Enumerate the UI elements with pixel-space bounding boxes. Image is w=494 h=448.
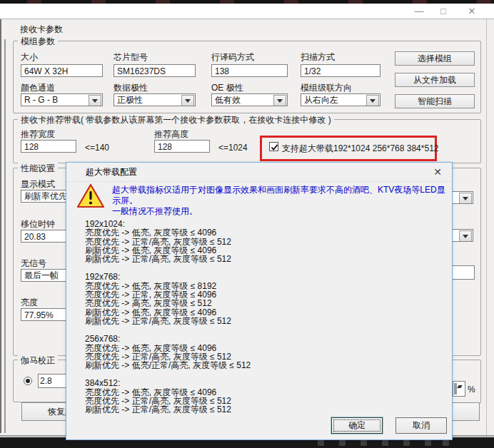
- cascade-direction-label: 模组级联方向: [301, 82, 352, 94]
- dialog-titlebar[interactable]: 超大带载配置 ✕: [66, 163, 452, 182]
- spec-section-title: 256x768:: [85, 335, 442, 343]
- page-title: 接收卡参数: [20, 24, 63, 36]
- display-mode-label: 显示模式: [21, 178, 55, 190]
- chip-field[interactable]: SM16237DS: [114, 64, 196, 77]
- spec-section-384x512: 384x512: 亮度优先 -> 低亮, 灰度等级 ≤ 4096 亮度优先 ->…: [85, 379, 442, 414]
- gamma-radio[interactable]: [24, 377, 32, 385]
- smart-scan-button[interactable]: 智能扫描: [395, 94, 475, 108]
- recommended-load-group: 接收卡推荐带载( 带载参数从该屏幕第一个接收卡参数获取，在接收卡连接中修改 ) …: [13, 119, 481, 163]
- spec-section-192x1024: 192x1024: 亮度优先 -> 低亮, 灰度等级 ≤ 4096 亮度优先 -…: [85, 220, 442, 263]
- spec-line: 亮度优先 -> 高亮, 灰度等级 ≤ 512: [85, 299, 442, 307]
- display-mode-value: 刷新率优先: [24, 191, 67, 201]
- spec-line: 刷新优先 -> 低亮/正常/高亮, 灰度等级 ≤ 512: [85, 361, 442, 370]
- chevron-down-icon[interactable]: [273, 95, 286, 106]
- checkmark-icon: [270, 143, 279, 152]
- oe-polarity-label: OE 极性: [211, 82, 243, 94]
- warning-text: 超大带载指标仅适用于对图像显示效果和画面刷新率要求不高的酒吧、KTV夜场等LED…: [112, 185, 446, 217]
- window-titlebar: — □ ✕: [0, 4, 494, 19]
- cancel-button[interactable]: 取消: [395, 417, 447, 434]
- spec-line: 亮度优先 -> 低亮, 灰度等级 ≤ 4096: [85, 228, 442, 237]
- app-window: — □ ✕ 接收卡参数 模组参数 大小 64W X 32H 芯片型号 SM162…: [0, 0, 494, 448]
- height-limit-text: <=1024: [218, 143, 248, 153]
- warning-icon: [76, 183, 105, 209]
- scan-mode-label: 扫描方式: [301, 51, 335, 63]
- super-load-config-dialog: 超大带载配置 ✕ 超大带载指标仅适用于对图像显示效果和画面刷新率要求不高的酒吧、…: [66, 162, 453, 440]
- data-polarity-label: 数据极性: [114, 82, 148, 94]
- focus-rect: [333, 419, 380, 432]
- ok-button[interactable]: 确定: [331, 417, 383, 434]
- warning-line-2: 一般情况不推荐使用。: [112, 206, 446, 217]
- no-signal-value: 最后一帧: [24, 270, 59, 280]
- chevron-down-icon[interactable]: [89, 95, 101, 106]
- spec-section-256x768: 256x768: 亮度优先 -> 低亮, 灰度等级 ≤ 4096 亮度优先 ->…: [85, 335, 442, 370]
- color-channel-value: R - G - B: [24, 95, 58, 105]
- width-limit-text: <=140: [85, 143, 109, 153]
- chevron-down-icon[interactable]: [459, 193, 472, 204]
- super-load-checkbox-label[interactable]: 支持超大带载192*1024 256*768 384*512: [282, 143, 438, 155]
- dialog-title: 超大带载配置: [86, 166, 137, 178]
- size-field[interactable]: 64W X 32H: [21, 64, 103, 77]
- spec-section-title: 384x512:: [85, 379, 442, 387]
- spec-line: 亮度优先 -> 低亮, 灰度等级 ≤ 4096: [85, 344, 442, 352]
- window-left-border: [0, 19, 1, 433]
- maximize-icon[interactable]: □: [433, 5, 454, 18]
- warning-line-1: 超大带载指标仅适用于对图像显示效果和画面刷新率要求不高的酒吧、KTV夜场等LED…: [112, 185, 446, 206]
- recommended-width-label: 推荐宽度: [21, 128, 55, 141]
- panel-left-border: [4, 39, 6, 433]
- load-spec-list: 192x1024: 亮度优先 -> 低亮, 灰度等级 ≤ 4096 亮度优先 -…: [85, 220, 442, 424]
- dialog-close-icon[interactable]: ✕: [430, 165, 445, 179]
- chevron-down-icon[interactable]: [181, 95, 194, 106]
- performance-group-title: 性能设置: [18, 163, 58, 175]
- right-hidden-spinner[interactable]: [453, 381, 465, 397]
- no-signal-label: 无信号: [21, 258, 46, 270]
- color-channel-select[interactable]: R - G - B: [21, 93, 103, 106]
- color-channel-label: 颜色通道: [21, 82, 55, 94]
- gamma-value: 2.8: [40, 376, 52, 386]
- spec-line: 刷新优先 -> 正常/高亮, 灰度等级 ≤ 512: [85, 255, 442, 263]
- brightness-label: 亮度: [21, 297, 38, 309]
- module-params-group-title: 模组参数: [18, 36, 58, 48]
- gamma-group-title: 伽马校正: [18, 355, 58, 367]
- recommended-height-label: 推荐高度: [154, 128, 188, 141]
- scan-mode-field[interactable]: 1/32: [301, 64, 380, 77]
- oe-polarity-value: 低有效: [215, 95, 241, 105]
- spec-section-192x768: 192x768: 亮度优先 -> 低亮, 灰度等级 ≤ 8192 亮度优先 ->…: [85, 273, 442, 325]
- cascade-direction-value: 从右向左: [304, 95, 338, 105]
- shift-clock-label: 移位时钟: [21, 218, 55, 230]
- recommended-width-field[interactable]: 128: [21, 140, 76, 153]
- spec-line: 刷新优先 -> 正常/高亮, 灰度等级 ≤ 512: [85, 317, 442, 325]
- chip-label: 芯片型号: [114, 51, 148, 63]
- row-decode-field[interactable]: 138: [211, 64, 288, 77]
- oe-polarity-select[interactable]: 低有效: [211, 93, 288, 106]
- chevron-down-icon[interactable]: [366, 95, 379, 106]
- super-load-checkbox[interactable]: [269, 142, 278, 151]
- cascade-direction-select[interactable]: 从右向左: [301, 93, 380, 106]
- close-icon[interactable]: ✕: [461, 5, 483, 18]
- data-polarity-select[interactable]: 正极性: [114, 93, 196, 106]
- minimize-icon[interactable]: —: [408, 5, 430, 18]
- chevron-down-icon[interactable]: [459, 230, 472, 242]
- spec-line: 刷新优先 -> 正常/高亮, 灰度等级 ≤ 512: [85, 405, 442, 414]
- data-polarity-value: 正极性: [117, 95, 143, 105]
- module-params-group: 模组参数 大小 64W X 32H 芯片型号 SM16237DS 行译码方式 1…: [13, 41, 481, 113]
- select-module-button[interactable]: 选择模组: [395, 51, 475, 66]
- recommended-height-field[interactable]: 128: [154, 140, 210, 153]
- window-right-border: [486, 19, 487, 437]
- row-decode-label: 行译码方式: [211, 51, 254, 63]
- size-label: 大小: [21, 51, 38, 63]
- recommended-load-group-title: 接收卡推荐带载( 带载参数从该屏幕第一个接收卡参数获取，在接收卡连接中修改 ): [18, 114, 334, 126]
- spec-section-title: 192x768:: [85, 273, 442, 281]
- spinner-arrows-icon[interactable]: [454, 382, 464, 395]
- percent-suffix: %: [468, 385, 475, 394]
- load-from-file-button[interactable]: 从文件加载: [395, 73, 475, 87]
